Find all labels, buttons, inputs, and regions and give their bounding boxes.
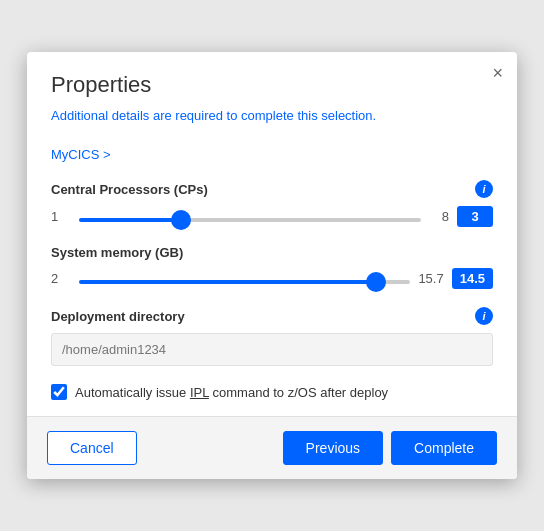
ipl-label-link: IPL	[190, 385, 209, 400]
ipl-label-prefix: Automatically issue	[75, 385, 190, 400]
mem-field-row: System memory (GB) 2 15.7 14.5	[51, 245, 493, 289]
mem-min-label: 2	[51, 271, 71, 286]
cancel-button[interactable]: Cancel	[47, 431, 137, 465]
dialog-header: Properties Additional details are requir…	[27, 52, 517, 147]
cp-slider-wrapper	[79, 208, 421, 226]
mem-slider-row: 2 15.7 14.5	[51, 268, 493, 289]
mem-field-label: System memory (GB)	[51, 245, 493, 260]
mem-max-label: 15.7	[418, 271, 443, 286]
ipl-label-suffix: command to z/OS after deploy	[209, 385, 388, 400]
dialog-subtitle: Additional details are required to compl…	[51, 108, 493, 123]
cp-slider-row: 1 8 3	[51, 206, 493, 227]
dir-input[interactable]	[51, 333, 493, 366]
ipl-checkbox-label: Automatically issue IPL command to z/OS …	[75, 385, 388, 400]
mem-slider-wrapper	[79, 270, 410, 288]
cp-value-display: 3	[457, 206, 493, 227]
cp-info-icon[interactable]: i	[475, 180, 493, 198]
ipl-checkbox[interactable]	[51, 384, 67, 400]
dialog-body: MyCICS > Central Processors (CPs) i 1 8 …	[27, 147, 517, 416]
dialog-title: Properties	[51, 72, 493, 98]
complete-button[interactable]: Complete	[391, 431, 497, 465]
footer-btn-group: Previous Complete	[283, 431, 497, 465]
ipl-checkbox-row: Automatically issue IPL command to z/OS …	[51, 384, 493, 400]
dir-field-label: Deployment directory i	[51, 307, 493, 325]
dialog-footer: Cancel Previous Complete	[27, 416, 517, 479]
dir-info-icon[interactable]: i	[475, 307, 493, 325]
mem-value-display: 14.5	[452, 268, 493, 289]
cp-max-label: 8	[429, 209, 449, 224]
mem-slider[interactable]	[79, 280, 410, 284]
dir-label-text: Deployment directory	[51, 309, 185, 324]
cp-slider[interactable]	[79, 218, 421, 222]
cp-field-label: Central Processors (CPs) i	[51, 180, 493, 198]
cp-field-row: Central Processors (CPs) i 1 8 3	[51, 180, 493, 227]
breadcrumb[interactable]: MyCICS >	[51, 147, 493, 162]
mem-label-text: System memory (GB)	[51, 245, 183, 260]
dir-field-row: Deployment directory i	[51, 307, 493, 366]
cp-label-text: Central Processors (CPs)	[51, 182, 208, 197]
cp-min-label: 1	[51, 209, 71, 224]
previous-button[interactable]: Previous	[283, 431, 383, 465]
close-button[interactable]: ×	[492, 64, 503, 82]
properties-dialog: × Properties Additional details are requ…	[27, 52, 517, 479]
